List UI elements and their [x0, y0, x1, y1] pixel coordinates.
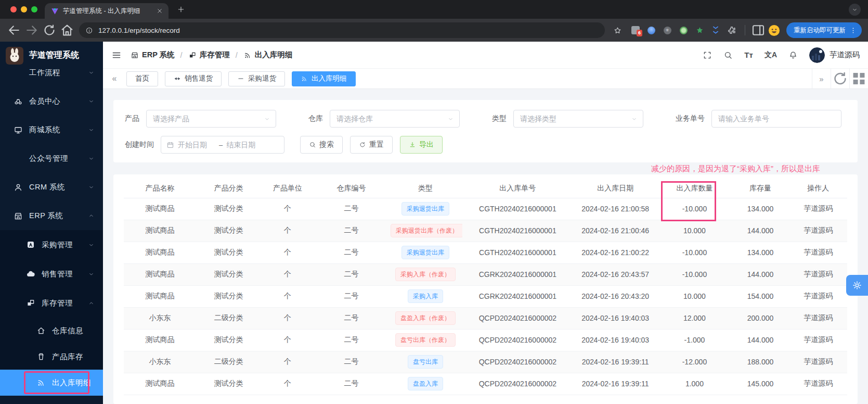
minimize-window-button[interactable] [21, 6, 27, 12]
extensions-puzzle-icon[interactable] [727, 26, 736, 35]
notification-bell-icon[interactable] [788, 51, 798, 60]
breadcrumb-item-0[interactable]: ERP 系统 [131, 50, 175, 60]
table-row[interactable]: 小东东二级分类个二号盘亏出库QCPD202402160000022024-02-… [124, 351, 847, 373]
extension-icon-chevrons[interactable] [711, 26, 720, 35]
filter-card: 产品 仓库 [113, 100, 858, 162]
type-select-input[interactable] [520, 115, 631, 123]
breadcrumb-item-2[interactable]: 出入库明细 [243, 50, 293, 60]
tab-search-button[interactable] [849, 4, 861, 16]
user-menu[interactable]: 芋道源码 [809, 47, 860, 63]
cell-product: 小东东 [124, 307, 196, 329]
table-row[interactable]: 测试商品测试分类个二号采购退货出库CGTH202402160000012024-… [124, 242, 847, 263]
sidebar-item-5[interactable]: ERP 系统 [0, 201, 103, 230]
table-row[interactable]: 测试商品测试分类个二号盘亏出库（作废）QCPD20240216000002202… [124, 329, 847, 351]
type-select[interactable] [513, 110, 643, 128]
sidebar-item-4[interactable]: CRM 系统 [0, 173, 103, 201]
address-bar[interactable]: 127.0.0.1/erp/stock/record [79, 22, 605, 38]
zoom-window-button[interactable] [31, 6, 37, 12]
table-row[interactable]: 测试商品测试分类个二号采购退货出库（作废）CGTH202402160000012… [124, 220, 847, 242]
table-row[interactable]: 测试商品测试分类个二号采购入库CGRK202402160000012024-02… [124, 285, 847, 307]
bizno-input[interactable] [718, 115, 835, 123]
page-tab-0[interactable]: 首页 [126, 71, 158, 86]
tabs-scroll-left-icon[interactable]: « [109, 74, 120, 83]
extension-icon-green[interactable] [679, 26, 688, 35]
new-tab-button[interactable] [177, 5, 185, 14]
layout-grid-icon[interactable] [849, 69, 868, 89]
sidebar: 芋道管理系统 工作流程会员中心商城系统公众号管理CRM 系统ERP 系统采购管理… [0, 42, 103, 404]
date-start-input[interactable] [178, 141, 215, 149]
product-select[interactable] [146, 110, 276, 128]
home-button[interactable] [59, 22, 75, 38]
table-header-row: 产品名称产品分类产品单位仓库编号类型出入库单号出入库日期出入库数量库存量操作人 [124, 180, 847, 198]
cell-order-no: QCPD20240216000002 [462, 351, 573, 373]
app-logo-row[interactable]: 芋道管理系统 [0, 42, 103, 69]
cell-order-no: QCPD20240216000002 [462, 373, 573, 395]
sidebar-item-10[interactable]: 产品库存 [0, 344, 103, 370]
sidebar-item-2[interactable]: 商城系统 [0, 116, 103, 144]
update-button[interactable]: 重新启动即可更新 [786, 22, 862, 38]
cell-product: 测试商品 [124, 263, 196, 285]
cell-date: 2024-02-16 20:43:20 [573, 285, 658, 307]
table-row[interactable]: 测试商品测试分类个二号盘盈入库QCPD202402160000022024-02… [124, 373, 847, 395]
export-button[interactable]: 导出 [400, 136, 443, 154]
warehouse-select-input[interactable] [336, 115, 447, 123]
type-badge: 采购退货出库 [401, 202, 449, 216]
sidebar-item-11[interactable]: 出入库明细 [0, 370, 103, 396]
search-icon[interactable] [723, 51, 733, 60]
profile-avatar[interactable] [768, 24, 780, 36]
extension-icon-drop[interactable] [646, 26, 656, 35]
collapse-sidebar-icon[interactable] [111, 50, 122, 60]
refresh-page-icon[interactable] [831, 69, 849, 89]
close-window-button[interactable] [10, 6, 17, 12]
extension-icon-badge[interactable]: 6 [631, 26, 640, 34]
font-size-icon[interactable]: Tт [744, 51, 753, 59]
sidebar-item-label: 仓库信息 [52, 326, 83, 336]
cell-stock: 200.000 [731, 307, 789, 329]
bookmark-star-icon[interactable] [613, 26, 622, 35]
sidebar-item-6[interactable]: 采购管理 [0, 230, 103, 259]
side-panel-icon[interactable] [750, 22, 766, 38]
date-range-picker[interactable]: – [161, 136, 284, 154]
sidebar-item-3[interactable]: 公众号管理 [0, 144, 103, 173]
page-tab-2[interactable]: 采购退货 [228, 71, 285, 86]
sidebar-menu: 工作流程会员中心商城系统公众号管理CRM 系统ERP 系统采购管理销售管理库存管… [0, 58, 103, 396]
chevron-down-icon [88, 155, 95, 162]
date-end-input[interactable] [226, 141, 264, 149]
reload-button[interactable] [42, 22, 57, 38]
page-tab-1[interactable]: 销售退货 [165, 71, 222, 86]
settings-fab[interactable] [846, 275, 868, 296]
reset-button[interactable]: 重置 [350, 136, 393, 154]
cell-date: 2024-02-16 21:00:58 [573, 198, 658, 220]
sidebar-item-1[interactable]: 会员中心 [0, 87, 103, 116]
fullscreen-icon[interactable] [703, 51, 712, 60]
column-header-0: 产品名称 [124, 180, 196, 198]
extension-icon-star[interactable] [695, 26, 704, 35]
breadcrumb-item-1[interactable]: 库存管理 [188, 50, 230, 60]
product-select-input[interactable] [153, 115, 264, 123]
browser-tab[interactable]: 芋道管理系统 - 出入库明细 [45, 3, 169, 19]
sidebar-item-9[interactable]: 仓库信息 [0, 318, 103, 344]
cell-operator: 芋道源码 [789, 220, 847, 242]
sidebar-item-label: 出入库明细 [52, 378, 91, 388]
close-tab-icon[interactable] [156, 7, 163, 15]
table-row[interactable]: 小东东二级分类个二号盘盈入库（作废）QCPD202402160000022024… [124, 307, 847, 329]
sidebar-item-8[interactable]: 库存管理 [0, 288, 103, 318]
extension-icon-gray[interactable]: ✳ [663, 26, 672, 35]
breadcrumb: ERP 系统/库存管理/出入库明细 [131, 50, 292, 60]
sidebar-item-7[interactable]: 销售管理 [0, 259, 103, 288]
translate-icon[interactable]: 文A [765, 51, 777, 60]
browser-toolbar: 127.0.0.1/erp/stock/record 6 ✳ 重新启动即可更新 [0, 19, 868, 42]
site-info-icon[interactable] [85, 27, 93, 34]
back-button[interactable] [6, 22, 22, 38]
table-row[interactable]: 测试商品测试分类个二号采购入库（作废）CGRK20240216000001202… [124, 263, 847, 285]
tabs-scroll-right-icon[interactable]: » [812, 69, 831, 89]
browser-menu-dots-icon[interactable] [849, 27, 857, 34]
forward-button[interactable] [24, 22, 40, 38]
search-button[interactable]: 搜索 [300, 136, 343, 154]
reset-icon [359, 141, 366, 148]
cell-order-no: CGRK20240216000001 [462, 263, 573, 285]
warehouse-select[interactable] [330, 110, 460, 128]
cell-stock: 188.000 [731, 351, 789, 373]
page-tab-3[interactable]: 出入库明细 [292, 71, 356, 86]
table-row[interactable]: 测试商品测试分类个二号采购退货出库CGTH202402160000012024-… [124, 198, 847, 220]
